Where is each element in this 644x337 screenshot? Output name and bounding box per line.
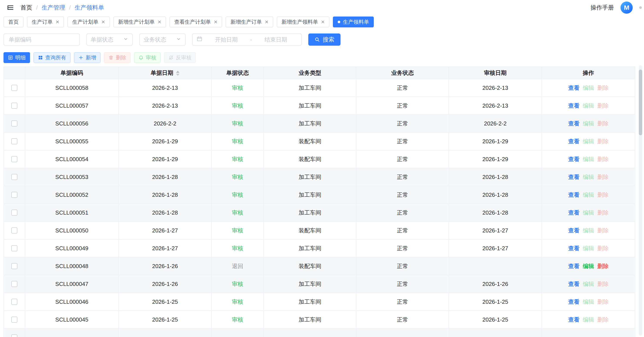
edit-link[interactable]: 编辑 [583, 191, 594, 199]
delete-link[interactable]: 删除 [598, 245, 609, 252]
row-checkbox[interactable] [11, 174, 18, 180]
search-button[interactable]: 搜索 [308, 33, 340, 46]
menu-collapse-icon[interactable] [6, 3, 15, 12]
view-link[interactable]: 查看 [568, 227, 580, 234]
edit-link[interactable]: 编辑 [583, 84, 594, 92]
delete-link[interactable]: 删除 [598, 102, 609, 110]
breadcrumb-production-management[interactable]: 生产管理 [42, 4, 65, 11]
view-link[interactable]: 查看 [568, 191, 580, 199]
tab-5[interactable]: 新增生产订单× [226, 16, 273, 27]
row-checkbox[interactable] [11, 227, 18, 234]
tab-close-icon[interactable]: × [214, 19, 217, 25]
delete-link[interactable]: 删除 [598, 191, 609, 199]
tab-6[interactable]: 新增生产领料单× [277, 16, 330, 27]
anti-audit-button[interactable]: 反审核 [164, 52, 196, 63]
row-checkbox[interactable] [11, 263, 18, 269]
view-link[interactable]: 查看 [568, 245, 580, 252]
row-checkbox[interactable] [11, 103, 18, 109]
edit-link[interactable]: 编辑 [583, 120, 594, 127]
delete-link[interactable]: 删除 [598, 262, 609, 270]
cell-audit-date: 2026-1-27 [449, 222, 542, 239]
audit-button[interactable]: 审核 [134, 52, 160, 63]
row-checkbox[interactable] [11, 317, 18, 323]
delete-link[interactable]: 删除 [598, 298, 609, 306]
tab-2[interactable]: 生产计划单× [68, 16, 110, 27]
view-link[interactable]: 查看 [568, 280, 580, 288]
delete-link[interactable]: 删除 [598, 173, 609, 181]
edit-link[interactable]: 编辑 [583, 102, 594, 110]
edit-link[interactable]: 编辑 [583, 209, 594, 217]
edit-link[interactable]: 编辑 [583, 280, 594, 288]
cell-actions: 查看编辑删除 [542, 222, 635, 239]
edit-link[interactable]: 编辑 [583, 316, 594, 324]
edit-link[interactable]: 编辑 [583, 227, 594, 234]
operation-manual-link[interactable]: 操作手册 [590, 4, 614, 11]
tab-close-icon[interactable]: × [321, 19, 324, 25]
delete-link[interactable]: 删除 [598, 155, 609, 163]
tab-0[interactable]: 首页 [4, 16, 24, 27]
avatar[interactable]: M [620, 1, 633, 14]
view-link[interactable]: 查看 [568, 316, 580, 324]
edit-link[interactable]: 编辑 [583, 173, 594, 181]
edit-link[interactable]: 编辑 [583, 298, 594, 306]
delete-link[interactable]: 删除 [598, 120, 609, 127]
scrollbar-thumb[interactable] [639, 70, 642, 135]
view-link[interactable]: 查看 [568, 138, 580, 145]
delete-link[interactable]: 删除 [598, 316, 609, 324]
view-link[interactable]: 查看 [568, 84, 580, 92]
status-badge: 审核 [232, 316, 243, 323]
cell-business-status: 正常 [356, 222, 449, 239]
delete-link[interactable]: 删除 [598, 84, 609, 92]
row-checkbox[interactable] [11, 245, 18, 251]
tab-7[interactable]: 生产领料单 [333, 16, 374, 27]
tab-3[interactable]: 新增生产计划单× [113, 16, 166, 27]
document-status-select[interactable]: 单据状态 [86, 33, 133, 46]
add-button[interactable]: 新增 [74, 52, 100, 63]
view-link[interactable]: 查看 [568, 173, 580, 181]
cell-actions: 查看编辑删除 [542, 239, 635, 257]
vertical-scrollbar[interactable] [639, 65, 642, 336]
row-checkbox[interactable] [11, 120, 18, 127]
delete-link[interactable]: 删除 [598, 138, 609, 145]
view-link[interactable]: 查看 [568, 155, 580, 163]
sort-icon[interactable] [176, 71, 180, 76]
row-checkbox[interactable] [11, 138, 18, 144]
cell-business-status: 正常 [356, 293, 449, 311]
col-document-date[interactable]: 单据日期 [118, 67, 212, 79]
edit-link[interactable]: 编辑 [583, 245, 594, 252]
cell-checkbox [4, 150, 25, 168]
top-bar: 首页 / 生产管理 / 生产领料单 操作手册 M [0, 0, 644, 15]
delete-link[interactable]: 删除 [598, 209, 609, 217]
query-all-button[interactable]: 查询所有 [34, 52, 70, 63]
view-link[interactable]: 查看 [568, 298, 580, 306]
row-checkbox[interactable] [11, 335, 18, 337]
tab-close-icon[interactable]: × [158, 19, 161, 25]
tab-close-icon[interactable]: × [265, 19, 268, 25]
tab-close-icon[interactable]: × [102, 19, 105, 25]
view-link[interactable]: 查看 [568, 120, 580, 127]
delete-link[interactable]: 删除 [598, 280, 609, 288]
document-code-input[interactable] [4, 33, 80, 46]
row-checkbox[interactable] [11, 156, 18, 162]
view-link[interactable]: 查看 [568, 102, 580, 110]
tab-close-icon[interactable]: × [56, 19, 59, 25]
view-link[interactable]: 查看 [568, 209, 580, 217]
row-checkbox[interactable] [11, 299, 18, 305]
tab-1[interactable]: 生产订单× [27, 16, 64, 27]
edit-link[interactable]: 编辑 [583, 138, 594, 145]
delete-link[interactable]: 删除 [598, 227, 609, 234]
detail-button[interactable]: 明细 [4, 52, 30, 63]
date-range-picker[interactable]: 开始日期 - 结束日期 [192, 33, 302, 46]
edit-link[interactable]: 编辑 [583, 262, 594, 270]
row-checkbox[interactable] [11, 210, 18, 216]
row-checkbox[interactable] [11, 192, 18, 198]
table-row: SCLL0000522026-1-28审核加工车间正常2026-1-28查看编辑… [4, 186, 635, 204]
edit-link[interactable]: 编辑 [583, 155, 594, 163]
view-link[interactable]: 查看 [568, 262, 580, 270]
business-status-select[interactable]: 业务状态 [139, 33, 186, 46]
breadcrumb-home[interactable]: 首页 [20, 4, 32, 11]
delete-button[interactable]: 删除 [104, 52, 130, 63]
row-checkbox[interactable] [11, 281, 18, 287]
row-checkbox[interactable] [11, 85, 18, 91]
tab-4[interactable]: 查看生产计划单× [170, 16, 222, 27]
